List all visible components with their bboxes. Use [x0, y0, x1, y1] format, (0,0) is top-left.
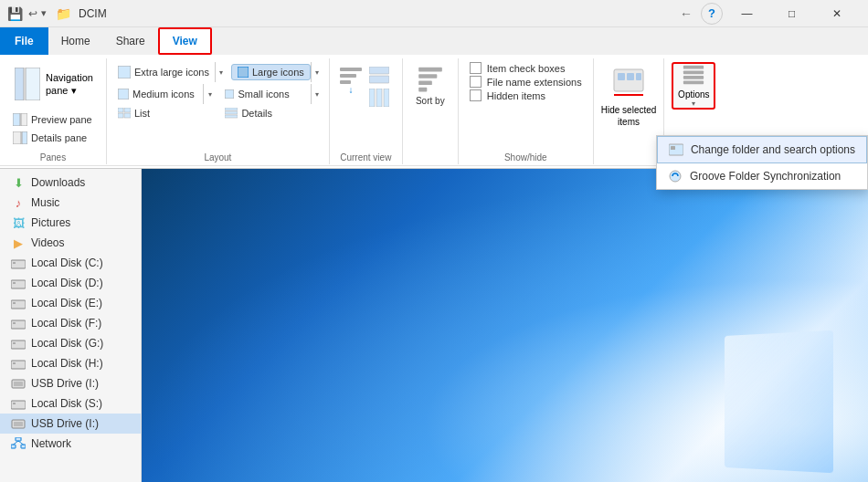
dropdown-item-change-folder[interactable]: Change folder and search options [657, 136, 867, 163]
medium-icons-button[interactable]: Medium icons [112, 87, 203, 101]
file-name-extensions-label: File name extensions [487, 77, 582, 88]
extra-large-icons-button[interactable]: Extra large icons [112, 64, 215, 80]
file-name-extensions-checkbox[interactable] [470, 76, 482, 88]
sidebar-item-downloads[interactable]: ⬇ Downloads [0, 173, 141, 193]
group-by-icon[interactable] [368, 66, 390, 86]
sidebar-item-local-c[interactable]: Local Disk (C:) [0, 253, 141, 273]
svg-rect-44 [11, 280, 26, 288]
hide-selected-button[interactable] [609, 62, 649, 102]
layout-buttons: Extra large icons ▾ Large icons ▾ Medium… [112, 62, 323, 150]
qat-save-icon[interactable]: 💾 [7, 6, 23, 21]
sidebar-item-usb-i2[interactable]: USB Drive (I:) [0, 414, 141, 434]
main-area: ⬇ Downloads ♪ Music 🖼 Pictures ▶ Videos … [0, 169, 868, 482]
sidebar-item-local-h[interactable]: Local Disk (H:) [0, 353, 141, 373]
svg-rect-40 [671, 146, 675, 150]
title-bar: 💾 ↩ ▾ 📁 DCIM ← ? — □ ✕ [0, 0, 868, 27]
layout-row-3: List Details [112, 106, 323, 120]
svg-rect-37 [683, 76, 704, 79]
sort-by-button[interactable]: Sort by [410, 66, 450, 106]
file-name-extensions-item[interactable]: File name extensions [470, 76, 582, 88]
hide-selected-label: Hide selecteditems [601, 104, 657, 128]
sidebar-item-music[interactable]: ♪ Music [0, 193, 141, 213]
svg-rect-26 [418, 68, 442, 72]
groove-sync-icon [668, 169, 683, 183]
sidebar-item-local-f[interactable]: Local Disk (F:) [0, 313, 141, 333]
minimize-button[interactable]: — [726, 0, 767, 27]
drive-h-icon [11, 356, 26, 371]
svg-rect-49 [13, 322, 16, 324]
help-button[interactable]: ? [701, 3, 723, 25]
medium-icons-dropdown-arrow[interactable]: ▾ [203, 84, 216, 104]
add-columns-icon[interactable] [368, 88, 390, 108]
svg-rect-36 [683, 70, 704, 74]
svg-rect-16 [225, 115, 238, 118]
large-icons-button[interactable]: Large icons [231, 64, 311, 80]
sort-icon-area: Sort by [410, 62, 450, 150]
sidebar-item-local-s[interactable]: Local Disk (S:) [0, 393, 141, 414]
svg-rect-47 [13, 302, 16, 304]
svg-rect-52 [11, 361, 26, 369]
extra-large-dropdown-arrow[interactable]: ▾ [215, 62, 228, 82]
small-icons-dropdown-arrow[interactable]: ▾ [311, 84, 323, 104]
download-icon: ⬇ [11, 175, 26, 190]
svg-rect-7 [238, 67, 249, 78]
window-title: DCIM [79, 7, 107, 20]
usb-i2-icon [11, 416, 26, 431]
maximize-button[interactable]: □ [771, 0, 812, 27]
layout-group-label: Layout [107, 152, 329, 164]
svg-rect-5 [22, 131, 27, 144]
large-icons-dropdown-arrow[interactable]: ▾ [311, 62, 323, 82]
preview-pane-button[interactable]: Preview pane [7, 111, 99, 128]
svg-rect-13 [124, 113, 131, 118]
svg-rect-14 [225, 108, 238, 110]
qat-redo-icon[interactable]: ▾ [41, 7, 47, 19]
wallpaper-window-shape [725, 330, 833, 474]
options-button[interactable]: Options ▾ [672, 62, 715, 110]
svg-rect-31 [618, 73, 625, 80]
sidebar-item-network[interactable]: Network [0, 434, 141, 454]
svg-rect-46 [11, 300, 26, 309]
menu-tab-share[interactable]: Share [103, 27, 158, 55]
item-check-boxes-item[interactable]: Item check boxes [470, 62, 582, 74]
small-icons-button[interactable]: Small icons [219, 87, 310, 101]
svg-rect-56 [11, 401, 26, 409]
details-button[interactable]: Details [219, 106, 323, 120]
svg-rect-45 [13, 282, 16, 284]
panes-group-label: Panes [0, 152, 106, 164]
sidebar-item-local-g[interactable]: Local Disk (G:) [0, 333, 141, 353]
svg-rect-33 [636, 73, 641, 80]
svg-rect-8 [118, 89, 129, 100]
menu-tab-view[interactable]: View [158, 27, 212, 55]
qat-undo-icon[interactable]: ↩ [28, 7, 37, 20]
svg-rect-43 [13, 262, 16, 264]
menu-file[interactable]: File [0, 27, 48, 55]
music-icon: ♪ [11, 195, 26, 210]
sidebar-item-videos[interactable]: ▶ Videos [0, 233, 141, 253]
svg-rect-35 [683, 66, 704, 69]
nav-pane-icon [13, 66, 42, 102]
video-icon: ▶ [11, 236, 26, 250]
close-button[interactable]: ✕ [816, 0, 857, 27]
sort-by-icon[interactable]: ↓ [337, 66, 365, 93]
list-button[interactable]: List [112, 106, 216, 120]
sidebar-item-pictures[interactable]: 🖼 Pictures [0, 213, 141, 233]
details-pane-button[interactable]: Details pane [7, 130, 99, 146]
sidebar-item-usb-i[interactable]: USB Drive (I:) [0, 373, 141, 393]
title-bar-left: 💾 ↩ ▾ 📁 DCIM [7, 6, 107, 21]
menu-tab-home[interactable]: Home [48, 27, 103, 55]
svg-rect-15 [225, 111, 238, 114]
ribbon-collapse-arrow[interactable]: ← [675, 3, 697, 25]
item-check-boxes-checkbox[interactable] [470, 62, 482, 74]
svg-rect-62 [21, 445, 26, 448]
svg-rect-59 [14, 422, 23, 426]
hidden-items-checkbox[interactable] [470, 89, 482, 101]
dropdown-item-groove-sync[interactable]: Groove Folder Synchronization [657, 163, 867, 189]
item-check-boxes-label: Item check boxes [487, 63, 566, 74]
navigation-pane-button[interactable]: Navigationpane ▾ [7, 62, 99, 106]
hidden-items-item[interactable]: Hidden items [470, 89, 582, 101]
options-label: Options [678, 89, 709, 100]
usb-i-icon [11, 376, 26, 391]
sidebar-item-local-e[interactable]: Local Disk (E:) [0, 293, 141, 313]
ribbon-group-current-view: ↓ Current view [330, 58, 403, 164]
sidebar-item-local-d[interactable]: Local Disk (D:) [0, 273, 141, 293]
